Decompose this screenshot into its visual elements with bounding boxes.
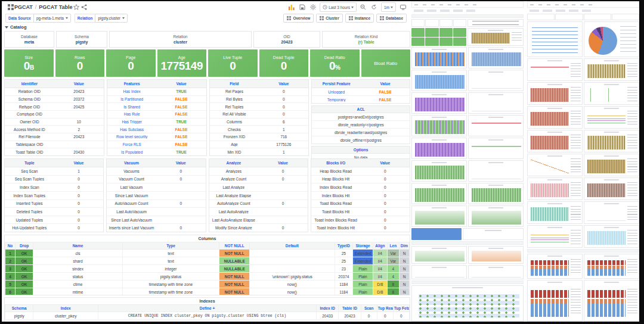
column-header[interactable]: Len	[387, 242, 399, 250]
table-cell: AutoVacuum Count	[107, 201, 156, 205]
link-cluster[interactable]: Cluster	[316, 14, 342, 23]
datasource-select[interactable]: pg-meta-1.meta	[33, 14, 71, 23]
refresh-interval-picker[interactable]: 1m	[381, 2, 396, 12]
table-cell[interactable]: Is Partitioned	[107, 97, 157, 101]
column-header[interactable]: Schema	[5, 305, 33, 312]
column-header[interactable]: Define +	[98, 305, 316, 312]
table-cell: 0	[360, 169, 410, 173]
table-row: Tablespace OID	[5, 141, 104, 149]
column-header[interactable]: NOT NULL	[219, 242, 250, 250]
table-cell[interactable]: Has Trigger	[107, 120, 157, 124]
column-header[interactable]: Storage	[353, 242, 373, 250]
table-row: Heap Blocks Read0	[311, 167, 410, 176]
settings-gear-icon[interactable]	[309, 4, 317, 11]
thumb-chart	[411, 47, 467, 68]
kiosk-tv-icon[interactable]	[399, 4, 407, 11]
table-cell: Heap Blocks Read	[311, 169, 361, 173]
table-cell: 0	[360, 226, 410, 230]
relation-select[interactable]: pigsty.cluster	[95, 14, 127, 23]
share-icon[interactable]	[80, 4, 88, 11]
link-database[interactable]: Database	[376, 14, 407, 23]
column-header[interactable]: Table ID	[339, 305, 361, 312]
breadcrumb-app[interactable]: PGCAT	[14, 4, 33, 10]
table-cell: TRUE	[157, 150, 206, 154]
column-header[interactable]: Type	[122, 242, 219, 250]
link-overview[interactable]: Overview	[283, 14, 314, 23]
index-cell: cluster_pkey	[33, 312, 98, 320]
table-row: Has IndexTRUE	[107, 88, 206, 96]
table-cell: 10	[54, 120, 104, 124]
column-cell-align: D/8	[373, 281, 387, 288]
table-row: Inserts since Last Vacuum0	[107, 224, 205, 232]
table-row: Index Blocks Read0	[311, 183, 410, 192]
dashboard-grid-icon[interactable]	[7, 4, 14, 11]
column-header[interactable]: Index ID	[317, 305, 339, 312]
link-instance[interactable]: Instance	[345, 14, 374, 23]
thumb-chart	[411, 70, 467, 91]
column-header[interactable]: Drop	[15, 242, 33, 250]
column-header[interactable]: Tup Read	[377, 305, 393, 312]
column-header[interactable]: Scan	[361, 305, 377, 312]
star-icon[interactable]	[73, 4, 80, 11]
column-header[interactable]: TypeID	[335, 242, 353, 250]
table-row: Checks1	[210, 126, 309, 133]
table-row: 4OKstatuspigsty.statusNOT NULL'unknown':…	[5, 273, 410, 281]
table-row: AutoVacuum Count0	[107, 200, 205, 208]
breadcrumb-page[interactable]: PGCAT Table	[39, 4, 72, 10]
add-panel-icon[interactable]	[287, 4, 295, 11]
column-header[interactable]: Index	[33, 305, 98, 312]
column-cell-type: text	[122, 257, 219, 265]
table-cell[interactable]: Unlogged	[312, 90, 361, 94]
table-cell[interactable]: Force RLS	[107, 142, 157, 147]
column-header[interactable]: Align	[373, 242, 387, 250]
column-cell-storage: Plain	[353, 273, 373, 281]
table-cell: 0	[360, 218, 410, 222]
dashboard-icon	[320, 16, 324, 20]
table-cell: 0	[54, 201, 104, 205]
table-cell[interactable]: Has Index	[107, 89, 157, 94]
table-cell: FALSE	[157, 127, 206, 132]
table-cell[interactable]: Has Rule	[107, 112, 157, 116]
thumb-chart	[584, 130, 639, 152]
panel-value: meta	[24, 40, 34, 44]
column-header[interactable]: No	[5, 242, 16, 250]
acl-list: postgres=arwdDxt/postgresdbrole_readonly…	[312, 113, 410, 144]
section-catalog[interactable]: Catalog	[4, 23, 410, 31]
table-row: Min XID1	[210, 148, 309, 155]
table-cell: Hot-Updated Tuples	[5, 226, 54, 230]
table-cell: 1775126	[259, 142, 308, 147]
save-icon[interactable]	[298, 4, 306, 11]
column-cell-align: I/4	[373, 273, 387, 281]
column-cell-len: 8	[387, 288, 399, 296]
table-row: Schema OID20372	[5, 96, 104, 104]
table-cell: TRUE	[157, 89, 206, 94]
blocks-io-table: Blocks I/OValueHeap Blocks Read0Heap Blo…	[311, 158, 410, 232]
table-cell: 716	[259, 135, 308, 139]
column-header[interactable]: Name	[33, 242, 122, 250]
table-cell[interactable]: Is Shared	[107, 105, 157, 109]
thumb-chart	[584, 201, 639, 224]
column-header[interactable]: Default	[250, 242, 335, 250]
table-cell[interactable]: Temporary	[312, 98, 361, 102]
table-cell: Age	[210, 142, 259, 147]
table-row: Rel All Visible0	[210, 111, 309, 119]
table-cell: Last AutoAnalyze Elapse	[209, 218, 259, 222]
thumb-section-strip	[411, 241, 524, 245]
refresh-icon[interactable]	[370, 4, 378, 11]
column-header[interactable]: Dim	[400, 242, 410, 250]
persist-acl-stack: Persist FeatureValueUnloggedFALSETempora…	[311, 79, 410, 156]
column-header[interactable]: Tup Fetch	[393, 305, 409, 312]
thumb-chart	[411, 138, 467, 159]
table-cell: 0	[360, 194, 410, 198]
column-cell-no: 6	[5, 288, 16, 296]
table-cell: Field	[210, 82, 259, 86]
table-cell[interactable]: Is Populated	[107, 150, 157, 154]
table-cell: Toast Blocks Read	[311, 201, 361, 205]
time-range-picker[interactable]: Last 3 hours	[320, 2, 357, 12]
zoom-out-icon[interactable]	[360, 4, 367, 11]
navbar: PGCAT / PGCAT Table	[4, 1, 410, 13]
table-cell[interactable]: Row level security	[107, 135, 157, 139]
table-cell[interactable]: Has Subclass	[107, 127, 157, 132]
table-cell: FALSE	[157, 112, 206, 116]
column-cell-type: timestamp with time zone	[122, 281, 219, 288]
